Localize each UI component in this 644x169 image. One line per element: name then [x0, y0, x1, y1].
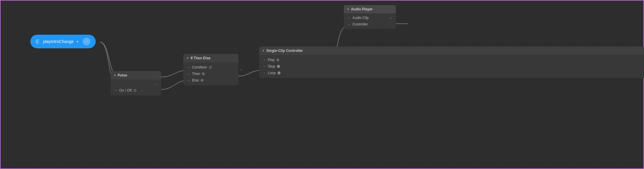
clip-play-port[interactable] [276, 58, 279, 61]
clip-loop-label: Loop [268, 71, 276, 75]
ifthen-title: If Then Else [190, 56, 210, 60]
ifthen-node-header: ▼ If Then Else [183, 54, 238, 62]
clip-stop-label: Stop [268, 64, 275, 68]
ifthen-else-label: Else [192, 78, 199, 82]
pulse-row-output-top: → [112, 81, 160, 87]
trigger-label: playIntroChange [43, 39, 74, 44]
clip-node-header: ▼ Single-Clip Controller [259, 47, 644, 55]
node-canvas[interactable]: ((· playIntroChange ▾ → ▼ Pulse → → On /… [0, 0, 644, 169]
pulse-node-header: ▼ Pulse [111, 71, 161, 79]
audio-collapse-icon[interactable]: ▼ [347, 8, 349, 11]
ifthen-collapse-icon[interactable]: ▼ [186, 57, 189, 60]
ifthen-out-port[interactable]: → [239, 68, 243, 72]
ifthen-else-port[interactable] [201, 79, 204, 82]
audio-row-clip: → Audio Clip → [345, 15, 395, 21]
ifthen-condition-label: Condition [192, 65, 207, 69]
pulse-row-onoff: → On / Off → [112, 87, 160, 94]
clip-controller-node: ▼ Single-Clip Controller → Play → Stop →… [259, 47, 644, 78]
pulse-out-port-2[interactable]: → [141, 89, 144, 92]
pulse-out-port-1[interactable]: → [154, 82, 158, 86]
clip-row-loop: → Loop [260, 70, 644, 76]
clip-play-label: Play [268, 58, 275, 62]
pulse-collapse-icon[interactable]: ▼ [114, 74, 116, 77]
ifthen-row-then: → Then [185, 71, 237, 77]
audio-controller-label: Controller [352, 22, 368, 26]
audio-title: Audio Player [351, 7, 373, 11]
audio-clip-label: Audio Clip [352, 16, 369, 20]
pulse-node: ▼ Pulse → → On / Off → [111, 71, 161, 95]
trigger-dropdown-icon[interactable]: ▾ [77, 40, 78, 44]
pulse-onoff-port[interactable] [133, 89, 136, 92]
audio-row-controller: → Controller [345, 21, 395, 28]
clip-title: Single-Clip Controller [266, 49, 303, 53]
trigger-wave-icon: ((· [36, 39, 40, 44]
clip-stop-port[interactable] [277, 65, 280, 68]
ifthen-row-else: → Else [185, 77, 237, 84]
pulse-onoff-label: On / Off [119, 88, 132, 93]
clip-loop-port[interactable] [278, 71, 281, 74]
clip-row-play: → Play [260, 57, 644, 63]
ifthen-then-port[interactable] [202, 72, 205, 75]
ifthen-row-condition: → Condition [185, 64, 237, 71]
ifthen-condition-port[interactable] [209, 66, 212, 69]
audio-player-node: ▼ Audio Player → Audio Clip → → Controll… [344, 5, 396, 29]
clip-collapse-icon[interactable]: ▼ [262, 49, 265, 52]
clip-row-stop: → Stop [260, 63, 644, 70]
ifthen-then-label: Then [192, 72, 200, 76]
connections-layer [1, 1, 643, 168]
audio-clip-out-arrow[interactable]: → [389, 16, 392, 20]
pulse-title: Pulse [118, 73, 127, 77]
ifthen-node: ▼ If Then Else → Condition → Then → Else… [183, 54, 238, 85]
trigger-out-port[interactable]: → [83, 38, 90, 45]
trigger-node[interactable]: ((· playIntroChange ▾ → [30, 35, 96, 48]
audio-node-header: ▼ Audio Player [344, 5, 396, 13]
